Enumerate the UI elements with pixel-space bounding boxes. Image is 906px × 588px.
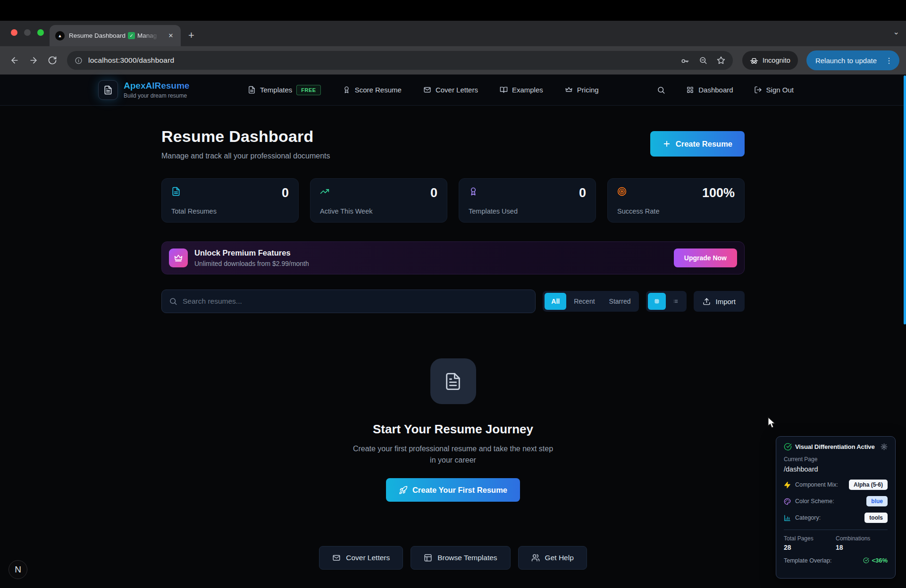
browser-menu-icon[interactable]: ⋮ — [882, 56, 896, 65]
site-info-icon[interactable] — [75, 57, 83, 65]
bar-chart-icon — [784, 514, 791, 522]
get-help-button[interactable]: Get Help — [518, 546, 587, 570]
nav-item-templates[interactable]: Templates FREE — [248, 85, 321, 95]
forward-button[interactable] — [25, 52, 42, 68]
screen-top-bar — [0, 0, 906, 21]
category-badge: tools — [864, 513, 888, 523]
nav-item-sign-out[interactable]: Sign Out — [754, 86, 794, 94]
stat-label: Total Resumes — [171, 207, 289, 215]
browser-tab[interactable]: ▲ Resume Dashboard ✓ Manag ✕ — [50, 25, 181, 46]
browser-tab-strip: ▲ Resume Dashboard ✓ Manag ✕ + ⌄ — [0, 21, 906, 46]
browser-toolbar: localhost:3000/dashboard Incognito Relau… — [0, 46, 906, 75]
overlap-value: <36% — [872, 557, 888, 564]
trending-up-icon — [320, 187, 329, 196]
page-title: Resume Dashboard — [161, 127, 330, 146]
import-button[interactable]: Import — [694, 291, 745, 312]
check-circle-icon — [863, 557, 869, 563]
create-resume-button[interactable]: Create Resume — [650, 131, 745, 157]
empty-state-title: Start Your Resume Journey — [373, 422, 533, 437]
check-emoji-icon: ✓ — [128, 32, 135, 39]
nav-item-examples[interactable]: Examples — [500, 85, 543, 95]
site-navbar: ApexAIResume Build your dream resume Tem… — [0, 75, 906, 106]
nav-item-pricing[interactable]: Pricing — [565, 85, 599, 95]
stat-card-total-resumes: 0 Total Resumes — [161, 178, 299, 223]
file-text-icon — [248, 86, 256, 94]
tab-favicon-icon: ▲ — [55, 31, 65, 41]
address-bar[interactable]: localhost:3000/dashboard — [67, 51, 733, 70]
visual-differentiation-panel: Visual Differentiation Active Current Pa… — [776, 436, 896, 579]
mail-icon — [332, 554, 341, 562]
gear-icon[interactable] — [881, 443, 888, 450]
layout-template-icon — [424, 554, 432, 562]
reload-button[interactable] — [44, 52, 60, 68]
filter-segmented-control: All Recent Starred — [543, 291, 639, 312]
cover-letters-button[interactable]: Cover Letters — [319, 546, 403, 570]
search-box[interactable] — [161, 290, 536, 313]
color-scheme-badge: blue — [866, 496, 888, 506]
create-first-resume-button[interactable]: Create Your First Resume — [386, 478, 520, 502]
bookmark-star-icon[interactable] — [717, 56, 725, 65]
combinations-value: 18 — [836, 544, 888, 551]
total-pages-value: 28 — [784, 544, 836, 551]
close-window-button[interactable] — [11, 29, 17, 36]
crown-icon — [169, 248, 188, 267]
relaunch-to-update-button[interactable]: Relaunch to update ⋮ — [806, 50, 899, 70]
template-overlap-row: Template Overlap: <36% — [784, 557, 888, 564]
view-toggle — [646, 291, 687, 312]
search-input[interactable] — [183, 297, 528, 306]
color-scheme-row: Color Scheme: blue — [784, 496, 888, 507]
nextjs-devtools-button[interactable]: N — [8, 560, 27, 579]
upgrade-now-button[interactable]: Upgrade Now — [674, 248, 737, 267]
zoom-out-icon[interactable] — [699, 56, 707, 65]
nav-search-icon[interactable] — [657, 86, 665, 94]
premium-banner: Unlock Premium Features Unlimited downlo… — [161, 241, 745, 274]
premium-title: Unlock Premium Features — [194, 248, 309, 257]
mail-icon — [423, 86, 431, 94]
filter-starred-button[interactable]: Starred — [603, 293, 638, 310]
list-view-button[interactable] — [667, 293, 685, 310]
premium-subtitle: Unlimited downloads from $2.99/month — [194, 260, 309, 267]
nav-menu: Templates FREE Score Resume Cover Letter… — [248, 85, 599, 95]
url-text[interactable]: localhost:3000/dashboard — [88, 56, 675, 65]
search-icon — [169, 297, 177, 306]
stat-card-success-rate: 100% Success Rate — [607, 178, 745, 223]
filter-recent-button[interactable]: Recent — [567, 293, 601, 310]
grid-icon — [654, 298, 659, 305]
empty-state-description: Create your first professional resume an… — [353, 443, 553, 466]
brand[interactable]: ApexAIResume Build your dream resume — [98, 80, 189, 100]
document-icon — [430, 358, 476, 404]
brand-logo-icon — [98, 80, 118, 100]
current-page-label: Current Page — [784, 456, 888, 463]
filter-all-button[interactable]: All — [545, 293, 566, 310]
target-icon — [617, 187, 627, 196]
current-page-value: /dashboard — [784, 465, 888, 473]
incognito-icon — [750, 56, 758, 65]
tab-search-chevron-icon[interactable]: ⌄ — [893, 27, 899, 36]
zap-icon — [784, 481, 791, 489]
page-scrollbar[interactable] — [904, 75, 906, 324]
upload-icon — [703, 298, 711, 306]
new-tab-button[interactable]: + — [188, 29, 194, 41]
layout-grid-icon — [686, 86, 694, 94]
grid-view-button[interactable] — [648, 293, 666, 310]
minimize-window-button[interactable] — [24, 29, 31, 36]
palette-icon — [784, 498, 791, 505]
back-button[interactable] — [7, 52, 23, 68]
stat-label: Templates Used — [469, 207, 586, 215]
nav-item-cover-letters[interactable]: Cover Letters — [423, 85, 478, 95]
award-icon — [343, 86, 351, 94]
password-key-icon[interactable] — [681, 56, 689, 65]
resume-toolbar: All Recent Starred Import — [161, 290, 745, 313]
file-text-icon — [171, 187, 181, 196]
tab-close-icon[interactable]: ✕ — [167, 32, 175, 40]
zoom-window-button[interactable] — [37, 29, 44, 36]
stat-value: 0 — [282, 187, 289, 199]
window-controls[interactable] — [11, 29, 44, 36]
stat-label: Active This Week — [320, 207, 437, 215]
tab-title: Resume Dashboard ✓ Manag — [69, 32, 162, 39]
stats-row: 0 Total Resumes 0 Active This Week 0 Tem… — [161, 178, 745, 223]
log-out-icon — [754, 86, 762, 94]
nav-item-dashboard[interactable]: Dashboard — [686, 86, 733, 94]
browse-templates-button[interactable]: Browse Templates — [411, 546, 510, 570]
nav-item-score-resume[interactable]: Score Resume — [343, 85, 402, 95]
